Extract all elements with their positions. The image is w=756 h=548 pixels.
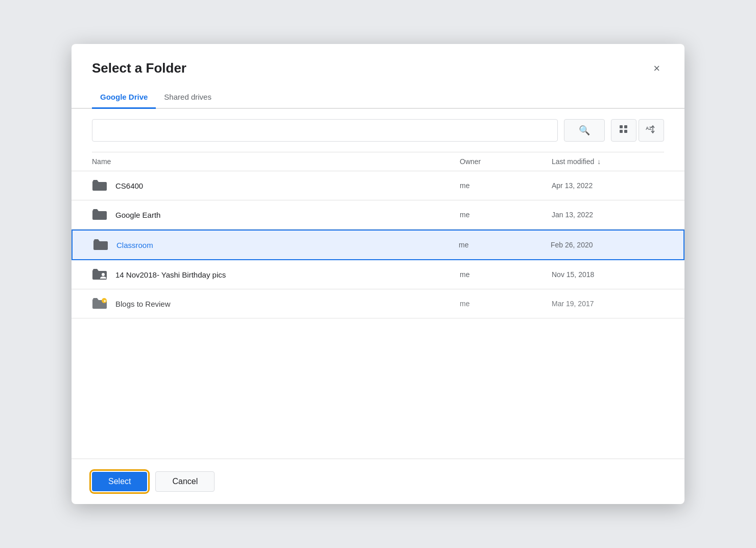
svg-rect-3 xyxy=(624,130,627,133)
close-button[interactable]: × xyxy=(649,61,664,76)
select-folder-dialog: Select a Folder × Google Drive Shared dr… xyxy=(72,44,684,504)
folder-icon xyxy=(92,178,107,193)
folder-icon xyxy=(93,238,108,252)
table-row-selected[interactable]: Classroom me Feb 26, 2020 xyxy=(72,230,684,260)
svg-point-6 xyxy=(102,273,105,276)
svg-text:AZ: AZ xyxy=(646,126,652,131)
grid-icon xyxy=(619,125,628,136)
shared-folder-icon xyxy=(92,267,107,282)
search-input[interactable] xyxy=(92,119,558,142)
table-body: CS6400 me Apr 13, 2022 Google Earth xyxy=(72,171,684,459)
select-button[interactable]: Select xyxy=(92,472,147,491)
grid-view-button[interactable] xyxy=(611,119,636,142)
svg-rect-1 xyxy=(624,125,627,128)
sort-button[interactable]: AZ xyxy=(639,119,664,142)
table-row[interactable]: Google Earth me Jan 13, 2022 xyxy=(72,200,684,230)
col-header-modified[interactable]: Last modified ↓ xyxy=(552,157,664,166)
view-buttons: AZ xyxy=(611,119,664,142)
svg-rect-0 xyxy=(620,125,623,128)
col-header-owner: Owner xyxy=(460,157,552,166)
svg-rect-2 xyxy=(620,130,623,133)
folder-icon xyxy=(92,208,107,222)
table-row[interactable]: 14 Nov2018- Yashi Birthday pics me Nov 1… xyxy=(72,260,684,289)
table-row[interactable]: CS6400 me Apr 13, 2022 xyxy=(72,171,684,200)
search-bar: 🔍 AZ xyxy=(72,109,684,152)
col-header-name: Name xyxy=(92,157,460,166)
table-header: Name Owner Last modified ↓ xyxy=(72,152,684,171)
svg-text:★: ★ xyxy=(103,299,106,303)
search-button[interactable]: 🔍 xyxy=(564,119,605,142)
dialog-footer: Select Cancel xyxy=(72,459,684,504)
file-table: Name Owner Last modified ↓ xyxy=(72,152,684,459)
folder-starred-icon: ★ xyxy=(92,296,107,311)
table-row[interactable]: ★ Blogs to Review me Mar 19, 2017 xyxy=(72,289,684,318)
dialog-title: Select a Folder xyxy=(92,60,186,76)
tab-shared-drives[interactable]: Shared drives xyxy=(156,86,220,109)
tabs-container: Google Drive Shared drives xyxy=(72,86,684,109)
tab-google-drive[interactable]: Google Drive xyxy=(92,86,156,109)
sort-down-icon: ↓ xyxy=(597,157,601,166)
search-icon: 🔍 xyxy=(579,125,590,136)
dialog-overlay: Select a Folder × Google Drive Shared dr… xyxy=(0,44,756,504)
cancel-button[interactable]: Cancel xyxy=(155,471,215,492)
sort-az-icon: AZ xyxy=(646,125,657,136)
dialog-header: Select a Folder × xyxy=(72,44,684,86)
